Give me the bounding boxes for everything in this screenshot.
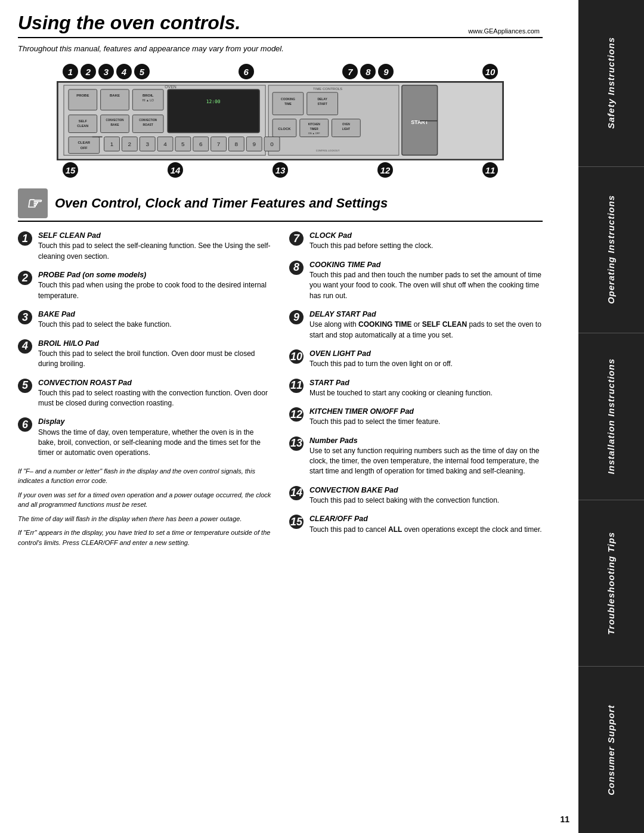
callout-7: 7: [342, 64, 358, 79]
feature-15: 15 CLEAR/OFF Pad Touch this pad to cance…: [289, 513, 543, 535]
sidebar-label-troubleshooting: Troubleshooting Tips: [606, 532, 617, 635]
feature-num-3: 3: [18, 310, 32, 324]
feature-text-8: COOKING TIME Pad Touch this pad and then…: [309, 259, 543, 301]
website-url: www.GEAppliances.com: [468, 27, 540, 35]
feature-num-11: 11: [289, 379, 304, 393]
svg-text:HI ▲ LO: HI ▲ LO: [143, 99, 154, 102]
svg-text:OVEN: OVEN: [165, 85, 177, 89]
sidebar-section-operating: Operating Instructions: [578, 167, 644, 334]
svg-text:PROBE: PROBE: [76, 94, 89, 97]
note-2: If your oven was set for a timed oven op…: [18, 490, 271, 510]
feature-text-4: BROIL HI/LO Pad Touch this pad to select…: [38, 338, 271, 370]
svg-rect-4: [101, 89, 129, 110]
feature-6: 6 Display Shows the time of day, oven te…: [18, 416, 271, 458]
svg-text:3: 3: [145, 141, 149, 147]
feature-title-13: Number Pads: [309, 435, 543, 446]
svg-text:KITCHEN: KITCHEN: [308, 123, 320, 126]
sidebar-label-installation: Installation Instructions: [606, 358, 617, 474]
svg-text:ROAST: ROAST: [143, 123, 153, 126]
feature-title-8: COOKING TIME Pad: [309, 259, 543, 270]
callout-12: 12: [377, 162, 393, 178]
svg-text:TIME CONTROLS: TIME CONTROLS: [313, 87, 342, 91]
sidebar-section-safety: Safety Instructions: [578, 0, 644, 167]
notes-section: If "F– and a number or letter" flash in …: [18, 466, 271, 548]
svg-text:8: 8: [235, 141, 239, 147]
feature-num-5: 5: [18, 379, 32, 393]
svg-text:0: 0: [270, 141, 274, 147]
feature-text-1: SELF CLEAN Pad Touch this pad to select …: [38, 230, 271, 262]
feature-title-5: CONVECTION ROAST Pad: [38, 377, 271, 388]
svg-text:4: 4: [163, 141, 167, 147]
feature-num-1: 1: [18, 231, 32, 246]
feature-num-9: 9: [289, 310, 304, 324]
oven-control-panel: PROBE BAKE OVEN BROIL HI ▲ LO SELF CLEAN…: [57, 81, 504, 160]
feature-title-11: START Pad: [309, 377, 493, 388]
feature-title-6: Display: [38, 416, 271, 427]
feature-title-14: CONVECTION BAKE Pad: [309, 485, 499, 496]
feature-text-15: CLEAR/OFF Pad Touch this pad to cancel A…: [309, 513, 542, 535]
callout-5: 5: [134, 64, 150, 79]
feature-text-10: OVEN LIGHT Pad Touch this pad to turn th…: [309, 348, 453, 370]
svg-text:1: 1: [110, 141, 114, 147]
feature-13: 13 Number Pads Use to set any function r…: [289, 435, 543, 477]
feature-text-11: START Pad Must be touched to start any c…: [309, 377, 493, 399]
features-container: 1 SELF CLEAN Pad Touch this pad to selec…: [18, 230, 543, 552]
svg-text:CLEAN: CLEAN: [77, 124, 88, 128]
feature-4: 4 BROIL HI/LO Pad Touch this pad to sele…: [18, 338, 271, 370]
svg-rect-19: [69, 137, 100, 154]
feature-title-9: DELAY START Pad: [309, 309, 543, 320]
feature-title-10: OVEN LIGHT Pad: [309, 348, 453, 359]
feature-1: 1 SELF CLEAN Pad Touch this pad to selec…: [18, 230, 271, 262]
sidebar-label-safety: Safety Instructions: [606, 37, 617, 129]
feature-num-8: 8: [289, 261, 304, 275]
oven-diagram-container: 1 2 3 4 5 6 7 8 9 10: [57, 64, 504, 178]
svg-text:9: 9: [252, 141, 256, 147]
feature-5: 5 CONVECTION ROAST Pad Touch this pad to…: [18, 377, 271, 409]
feature-title-3: BAKE Pad: [38, 309, 171, 320]
feature-title-4: BROIL HI/LO Pad: [38, 338, 271, 349]
callout-2: 2: [80, 64, 96, 79]
feature-title-7: CLOCK Pad: [309, 230, 433, 241]
svg-text:SELF: SELF: [79, 119, 88, 123]
callout-4: 4: [116, 64, 132, 79]
svg-text:2: 2: [128, 141, 132, 147]
svg-text:CLOCK: CLOCK: [278, 127, 291, 131]
feature-2: 2 PROBE Pad (on some models) Touch this …: [18, 270, 271, 301]
svg-rect-40: [168, 89, 259, 133]
feature-text-3: BAKE Pad Touch this pad to select the ba…: [38, 309, 171, 330]
callout-9: 9: [378, 64, 394, 79]
svg-text:DELAY: DELAY: [317, 98, 327, 101]
feature-text-13: Number Pads Use to set any function requ…: [309, 435, 543, 477]
feature-text-12: KITCHEN TIMER ON/OFF Pad Touch this pad …: [309, 406, 440, 428]
feature-10: 10 OVEN LIGHT Pad Touch this pad to turn…: [289, 348, 543, 370]
feature-8: 8 COOKING TIME Pad Touch this pad and th…: [289, 259, 543, 301]
feature-num-6: 6: [18, 417, 32, 432]
callout-3: 3: [98, 64, 114, 79]
svg-text:7: 7: [217, 141, 221, 147]
sidebar-section-installation: Installation Instructions: [578, 333, 644, 500]
feature-num-10: 10: [289, 349, 304, 364]
svg-text:12:00: 12:00: [206, 99, 221, 104]
feature-num-13: 13: [289, 436, 304, 451]
sidebar-section-troubleshooting: Troubleshooting Tips: [578, 500, 644, 667]
note-3: The time of day will flash in the displa…: [18, 514, 271, 524]
svg-text:CONTROL LOCKOUT: CONTROL LOCKOUT: [316, 149, 340, 152]
svg-text:BROIL: BROIL: [143, 94, 154, 97]
svg-text:COOKING: COOKING: [281, 98, 295, 101]
features-left: 1 SELF CLEAN Pad Touch this pad to selec…: [18, 230, 271, 552]
svg-text:BAKE: BAKE: [110, 123, 119, 126]
feature-7: 7 CLOCK Pad Touch this pad before settin…: [289, 230, 543, 252]
feature-text-14: CONVECTION BAKE Pad Touch this pad to se…: [309, 485, 499, 506]
feature-num-7: 7: [289, 231, 304, 246]
feature-11: 11 START Pad Must be touched to start an…: [289, 377, 543, 399]
sidebar-section-consumer: Consumer Support: [578, 667, 644, 833]
feature-text-2: PROBE Pad (on some models) Touch this pa…: [38, 270, 271, 301]
feature-text-6: Display Shows the time of day, oven temp…: [38, 416, 271, 458]
svg-text:CLEAR: CLEAR: [78, 141, 91, 144]
feature-title-15: CLEAR/OFF Pad: [309, 513, 542, 524]
callout-15-bottom: 15: [63, 162, 78, 178]
svg-rect-2: [69, 89, 97, 110]
right-sidebar: Safety Instructions Operating Instructio…: [578, 0, 644, 833]
svg-text:6: 6: [199, 141, 203, 147]
note-4: If "Err" appears in the display, you hav…: [18, 528, 271, 547]
